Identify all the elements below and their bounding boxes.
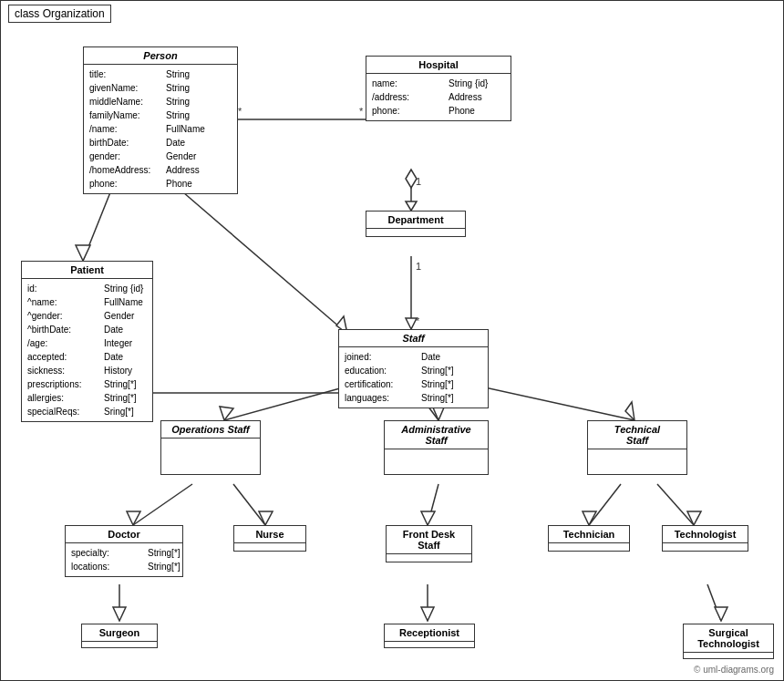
class-technical-staff-attrs bbox=[588, 449, 686, 457]
class-front-desk-staff-name: Front DeskStaff bbox=[387, 526, 471, 554]
class-receptionist-attrs bbox=[385, 642, 474, 647]
svg-line-29 bbox=[428, 484, 438, 525]
class-hospital-attrs: name:String {id} /address:Address phone:… bbox=[366, 74, 511, 120]
class-hospital-name: Hospital bbox=[366, 57, 511, 74]
copyright-text: © uml-diagrams.org bbox=[694, 665, 774, 675]
diagram-container: class Organization * * 1 * 1 * * * bbox=[0, 0, 784, 681]
class-technologist-attrs bbox=[663, 543, 748, 551]
class-administrative-staff-attrs bbox=[385, 449, 488, 457]
svg-line-31 bbox=[589, 484, 621, 525]
class-nurse: Nurse bbox=[233, 525, 306, 552]
svg-marker-20 bbox=[220, 407, 233, 420]
svg-marker-13 bbox=[76, 245, 90, 261]
class-operations-staff-attrs bbox=[161, 439, 260, 446]
class-staff: Staff joined:Date education:String[*] ce… bbox=[338, 329, 489, 408]
svg-marker-34 bbox=[687, 511, 701, 525]
svg-text:*: * bbox=[416, 315, 420, 326]
svg-line-19 bbox=[224, 384, 356, 420]
svg-marker-36 bbox=[113, 607, 126, 621]
svg-marker-38 bbox=[421, 607, 434, 621]
class-hospital: Hospital name:String {id} /address:Addre… bbox=[366, 56, 511, 121]
class-department: Department bbox=[366, 211, 466, 237]
svg-marker-11 bbox=[406, 318, 417, 329]
svg-line-39 bbox=[707, 584, 721, 621]
class-technologist-name: Technologist bbox=[663, 526, 748, 543]
class-surgeon: Surgeon bbox=[81, 624, 158, 648]
svg-text:*: * bbox=[238, 106, 242, 117]
svg-marker-28 bbox=[259, 511, 273, 525]
class-administrative-staff-name: AdministrativeStaff bbox=[385, 421, 488, 449]
class-receptionist-name: Receptionist bbox=[385, 624, 474, 642]
svg-text:*: * bbox=[359, 106, 364, 117]
diagram-title: class Organization bbox=[8, 5, 111, 23]
class-patient-name: Patient bbox=[22, 262, 152, 279]
class-department-attrs bbox=[366, 229, 465, 236]
class-patient-attrs: id:String {id} ^name:FullName ^gender:Ge… bbox=[22, 279, 152, 421]
class-receptionist: Receptionist bbox=[384, 624, 475, 648]
svg-marker-32 bbox=[583, 511, 596, 525]
svg-marker-26 bbox=[127, 511, 140, 525]
class-surgeon-name: Surgeon bbox=[82, 624, 157, 642]
class-technician-name: Technician bbox=[549, 526, 629, 543]
class-doctor-attrs: specialty:String[*] locations:String[*] bbox=[66, 543, 182, 576]
class-surgical-technologist-attrs bbox=[684, 653, 773, 658]
class-nurse-name: Nurse bbox=[234, 526, 305, 543]
svg-marker-40 bbox=[715, 607, 727, 621]
svg-line-27 bbox=[233, 484, 265, 525]
svg-line-12 bbox=[83, 192, 110, 261]
class-nurse-attrs bbox=[234, 543, 305, 551]
class-front-desk-staff-attrs bbox=[387, 554, 471, 562]
class-person: Person title:String givenName:String mid… bbox=[83, 46, 238, 194]
class-surgical-technologist-name: SurgicalTechnologist bbox=[684, 624, 773, 653]
class-department-name: Department bbox=[366, 212, 465, 229]
svg-line-25 bbox=[133, 484, 192, 525]
class-surgical-technologist: SurgicalTechnologist bbox=[683, 624, 774, 659]
class-technical-staff: TechnicalStaff bbox=[587, 420, 687, 475]
class-technical-staff-name: TechnicalStaff bbox=[588, 421, 686, 449]
svg-line-14 bbox=[183, 192, 347, 334]
class-operations-staff-name: Operations Staff bbox=[161, 421, 260, 439]
class-person-attrs: title:String givenName:String middleName… bbox=[84, 65, 237, 193]
class-staff-attrs: joined:Date education:String[*] certific… bbox=[339, 347, 488, 408]
svg-marker-30 bbox=[421, 511, 435, 525]
class-technologist: Technologist bbox=[662, 525, 748, 552]
svg-marker-4 bbox=[406, 170, 417, 188]
class-doctor: Doctor specialty:String[*] locations:Str… bbox=[65, 525, 183, 577]
class-technician: Technician bbox=[548, 525, 630, 552]
class-person-name: Person bbox=[84, 47, 237, 65]
class-administrative-staff: AdministrativeStaff bbox=[384, 420, 489, 475]
class-doctor-name: Doctor bbox=[66, 526, 182, 543]
class-surgeon-attrs bbox=[82, 642, 157, 647]
class-technician-attrs bbox=[549, 543, 629, 551]
svg-marker-22 bbox=[433, 408, 444, 420]
class-operations-staff: Operations Staff bbox=[160, 420, 261, 475]
svg-marker-24 bbox=[625, 402, 634, 420]
svg-marker-7 bbox=[406, 201, 417, 211]
svg-line-33 bbox=[657, 484, 694, 525]
class-staff-name: Staff bbox=[339, 330, 488, 347]
svg-text:1: 1 bbox=[416, 176, 421, 187]
svg-text:1: 1 bbox=[416, 261, 421, 272]
class-patient: Patient id:String {id} ^name:FullName ^g… bbox=[21, 261, 153, 422]
class-front-desk-staff: Front DeskStaff bbox=[386, 525, 472, 562]
